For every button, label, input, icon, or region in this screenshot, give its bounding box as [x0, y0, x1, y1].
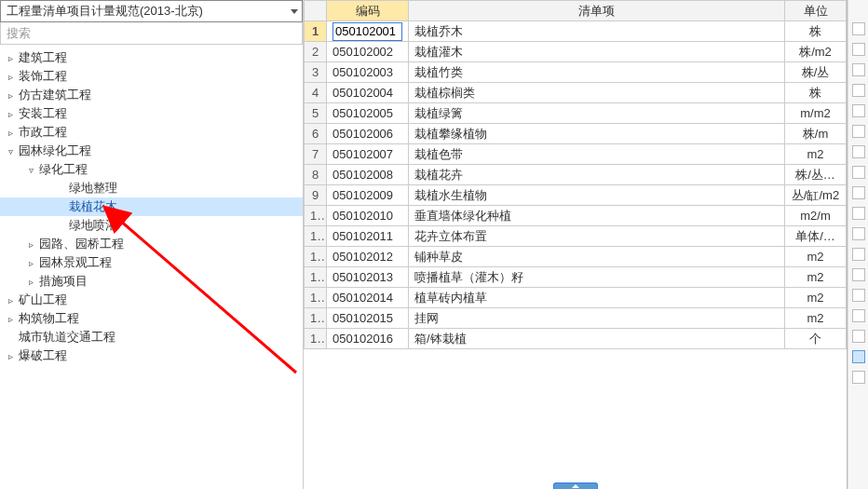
- tree-item[interactable]: ▹措施项目: [0, 272, 303, 291]
- toolstrip-icon[interactable]: [852, 289, 865, 302]
- cell-unit[interactable]: 丛/缸/m2: [785, 185, 847, 206]
- cell-unit[interactable]: 株: [785, 21, 847, 42]
- tree-item[interactable]: ▹建筑工程: [0, 48, 303, 67]
- triangle-right-icon[interactable]: ▹: [6, 53, 15, 63]
- row-number[interactable]: 14: [305, 288, 327, 308]
- cell-code[interactable]: [327, 21, 409, 42]
- toolstrip-icon[interactable]: [852, 145, 865, 158]
- cell-unit[interactable]: 个: [785, 329, 847, 349]
- cell-code[interactable]: 050102013: [327, 267, 409, 288]
- panel-expand-handle[interactable]: [553, 482, 598, 489]
- cell-code[interactable]: 050102015: [327, 308, 409, 329]
- table-row[interactable]: 5050102005栽植绿篱m/m2: [305, 103, 847, 124]
- cell-item[interactable]: 栽植乔木: [409, 21, 785, 42]
- cell-unit[interactable]: 单体/…: [785, 226, 847, 247]
- table-row[interactable]: 7050102007栽植色带m2: [305, 144, 847, 165]
- table-row[interactable]: 14050102014植草砖内植草m2: [305, 288, 847, 308]
- tree-item[interactable]: ▹绿地整理: [0, 179, 303, 197]
- row-number[interactable]: 12: [305, 247, 327, 267]
- table-row[interactable]: 4050102004栽植棕榈类株: [305, 83, 847, 103]
- row-number[interactable]: 13: [305, 267, 327, 288]
- cell-unit[interactable]: m2: [785, 288, 847, 308]
- item-grid[interactable]: 编码 清单项 单位 1栽植乔木株2050102002栽植灌木株/m2305010…: [304, 0, 847, 349]
- tree-item[interactable]: ▹爆破工程: [0, 346, 303, 365]
- cell-item[interactable]: 花卉立体布置: [409, 226, 785, 247]
- grid-header-rownum[interactable]: [305, 1, 327, 21]
- spec-dropdown[interactable]: 工程量清单项目计量规范(2013-北京): [0, 0, 303, 22]
- row-number[interactable]: 7: [305, 144, 327, 165]
- table-row[interactable]: 1栽植乔木株: [305, 21, 847, 42]
- row-number[interactable]: 2: [305, 42, 327, 62]
- toolstrip-icon[interactable]: [852, 104, 865, 117]
- cell-item[interactable]: 栽植攀缘植物: [409, 124, 785, 144]
- row-number[interactable]: 4: [305, 83, 327, 103]
- triangle-right-icon[interactable]: ▹: [6, 128, 15, 138]
- triangle-right-icon[interactable]: ▹: [6, 72, 15, 82]
- cell-code[interactable]: 050102010: [327, 206, 409, 226]
- cell-unit[interactable]: m2: [785, 247, 847, 267]
- grid-header-item[interactable]: 清单项: [409, 1, 785, 21]
- cell-item[interactable]: 栽植水生植物: [409, 185, 785, 206]
- cell-unit[interactable]: 株/丛: [785, 62, 847, 83]
- triangle-right-icon[interactable]: ▹: [6, 314, 15, 324]
- table-row[interactable]: 9050102009栽植水生植物丛/缸/m2: [305, 185, 847, 206]
- search-input[interactable]: 搜索: [0, 22, 303, 45]
- toolstrip-icon[interactable]: [852, 227, 865, 240]
- triangle-down-icon[interactable]: ▿: [26, 165, 35, 175]
- tree-item[interactable]: ▹矿山工程: [0, 291, 303, 309]
- toolstrip-icon[interactable]: [852, 330, 865, 343]
- triangle-right-icon[interactable]: ▹: [6, 109, 15, 119]
- cell-item[interactable]: 栽植花卉: [409, 165, 785, 185]
- tree-item[interactable]: ▹园林景观工程: [0, 253, 303, 272]
- table-row[interactable]: 16050102016箱/钵栽植个: [305, 329, 847, 349]
- cell-code[interactable]: 050102005: [327, 103, 409, 124]
- toolstrip-icon[interactable]: [852, 125, 865, 138]
- table-row[interactable]: 3050102003栽植竹类株/丛: [305, 62, 847, 83]
- tree-item[interactable]: ▹绿地喷灌: [0, 216, 303, 235]
- cell-code[interactable]: 050102007: [327, 144, 409, 165]
- cell-code[interactable]: 050102004: [327, 83, 409, 103]
- cell-code[interactable]: 050102009: [327, 185, 409, 206]
- cell-unit[interactable]: m/m2: [785, 103, 847, 124]
- cell-item[interactable]: 栽植灌木: [409, 42, 785, 62]
- row-number[interactable]: 15: [305, 308, 327, 329]
- cell-item[interactable]: 挂网: [409, 308, 785, 329]
- cell-unit[interactable]: 株: [785, 83, 847, 103]
- grid-header-unit[interactable]: 单位: [785, 1, 847, 21]
- row-number[interactable]: 16: [305, 329, 327, 349]
- row-number[interactable]: 8: [305, 165, 327, 185]
- cell-item[interactable]: 栽植竹类: [409, 62, 785, 83]
- cell-unit[interactable]: m2/m: [785, 206, 847, 226]
- table-row[interactable]: 13050102013喷播植草（灌木）籽m2: [305, 267, 847, 288]
- cell-code[interactable]: 050102003: [327, 62, 409, 83]
- cell-code[interactable]: 050102016: [327, 329, 409, 349]
- tree-item[interactable]: ▹栽植花木: [0, 197, 303, 216]
- cell-unit[interactable]: 株/丛…: [785, 165, 847, 185]
- row-number[interactable]: 10: [305, 206, 327, 226]
- table-row[interactable]: 12050102012铺种草皮m2: [305, 247, 847, 267]
- triangle-right-icon[interactable]: ▹: [6, 351, 15, 361]
- table-row[interactable]: 15050102015挂网m2: [305, 308, 847, 329]
- cell-unit[interactable]: 株/m: [785, 124, 847, 144]
- grid-header-code[interactable]: 编码: [327, 1, 409, 21]
- cell-code[interactable]: 050102002: [327, 42, 409, 62]
- tree-item[interactable]: ▹装饰工程: [0, 67, 303, 86]
- cell-unit[interactable]: m2: [785, 308, 847, 329]
- cell-code[interactable]: 050102006: [327, 124, 409, 144]
- toolstrip-icon[interactable]: [852, 63, 865, 76]
- table-row[interactable]: 10050102010垂直墙体绿化种植m2/m: [305, 206, 847, 226]
- row-number[interactable]: 3: [305, 62, 327, 83]
- cell-unit[interactable]: m2: [785, 144, 847, 165]
- tree-item[interactable]: ▿绿化工程: [0, 160, 303, 179]
- row-number[interactable]: 9: [305, 185, 327, 206]
- cell-code[interactable]: 050102014: [327, 288, 409, 308]
- cell-item[interactable]: 铺种草皮: [409, 247, 785, 267]
- cell-item[interactable]: 垂直墙体绿化种植: [409, 206, 785, 226]
- cell-item[interactable]: 喷播植草（灌木）籽: [409, 267, 785, 288]
- triangle-right-icon[interactable]: ▹: [6, 295, 15, 306]
- row-number[interactable]: 11: [305, 226, 327, 247]
- cell-code[interactable]: 050102008: [327, 165, 409, 185]
- table-row[interactable]: 2050102002栽植灌木株/m2: [305, 42, 847, 62]
- cell-unit[interactable]: m2: [785, 267, 847, 288]
- table-row[interactable]: 6050102006栽植攀缘植物株/m: [305, 124, 847, 144]
